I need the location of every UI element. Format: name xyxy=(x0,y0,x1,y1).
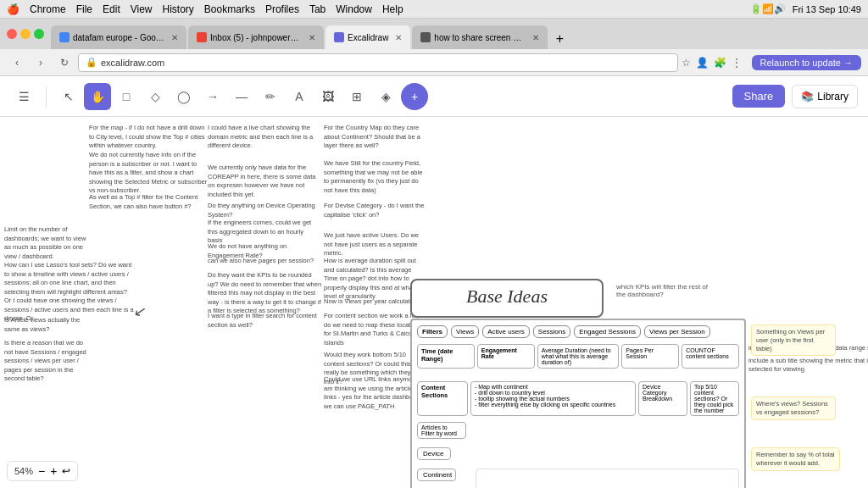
note-button: As well as a Top # filter for the Conten… xyxy=(89,193,208,211)
freedraw-tool[interactable]: ✏ xyxy=(257,83,284,110)
note-pages-session: can we also have pages per session? xyxy=(208,257,314,266)
pages-session-kpi-box: Pages Per Session xyxy=(621,344,679,369)
url-text: excalidraw.com xyxy=(101,58,164,68)
tab-inbox[interactable]: Inbox (5) - johnpower@eco... ✕ xyxy=(188,25,324,49)
toolbar-tools-group: ↖ ✋ □ ◇ ◯ → — ✏ A 🖼 ⊞ ◈ + xyxy=(55,83,428,110)
forward-button[interactable]: › xyxy=(31,53,51,73)
arrow-indicator: ↙ xyxy=(132,301,148,321)
map-notes-box: - Map with continent - drill down to cou… xyxy=(470,381,636,416)
note-reason: Is there a reason that we do not have Se… xyxy=(4,339,93,384)
note-rounded: Do they want the KPIs to be rounded up? … xyxy=(208,271,322,316)
articles-filter-box: Articles to Filter by word xyxy=(417,422,466,439)
sessions-chip[interactable]: Sessions xyxy=(533,325,570,338)
share-button[interactable]: Share xyxy=(732,85,786,108)
frame-tool[interactable]: ⊞ xyxy=(343,83,370,110)
engagement-label: Engagement Rate xyxy=(481,347,531,359)
tab-close-excalidraw[interactable]: ✕ xyxy=(395,33,402,42)
bookmark-icon[interactable]: ☆ xyxy=(682,57,691,69)
tab-howto[interactable]: how to share screen on mac... ✕ xyxy=(412,25,548,49)
undo-button[interactable]: ↩ xyxy=(62,465,70,477)
tab-datafam[interactable]: datafam europe - Google Se... ✕ xyxy=(51,25,186,49)
continent-box: Continent xyxy=(417,469,456,481)
arrow-tool[interactable]: → xyxy=(199,83,226,110)
top5-label: Top 5/10 content sections? Or they could… xyxy=(694,384,735,413)
menu-chrome[interactable]: Chrome xyxy=(30,3,66,15)
rectangle-tool[interactable]: □ xyxy=(113,83,140,110)
active-users-chip[interactable]: Active users xyxy=(482,325,530,338)
include-note-2: include a sub title showing the metric t… xyxy=(748,357,868,374)
laser-tool[interactable]: + xyxy=(401,83,428,110)
kpi-question: which KPIs will filter the rest of the d… xyxy=(616,283,718,298)
engagement-kpi-box: Engagement Rate xyxy=(477,344,535,369)
device-label: Device xyxy=(423,450,445,458)
content-sections-box: Content Sections xyxy=(417,381,468,416)
something-on-views: Something on Views per user (only in the… xyxy=(751,324,836,356)
menu-tool[interactable]: ☰ xyxy=(10,83,37,110)
kpi-boxes-row: Time (date Range) Engagement Rate Averag… xyxy=(417,344,739,369)
engaged-sessions-chip[interactable]: Engaged Sessions xyxy=(574,325,641,338)
countof-kpi-box: COUNTOF content sections xyxy=(682,344,739,369)
text-tool[interactable]: A xyxy=(286,83,313,110)
extensions-icon[interactable]: 🧩 xyxy=(714,57,726,69)
menu-tab[interactable]: Tab xyxy=(309,3,326,15)
menu-edit[interactable]: Edit xyxy=(103,3,120,15)
top5-box: Top 5/10 content sections? Or they could… xyxy=(690,381,739,416)
menu-profiles[interactable]: Profiles xyxy=(265,3,299,15)
ellipse-tool[interactable]: ◯ xyxy=(170,83,198,110)
zoom-out-button[interactable]: − xyxy=(38,464,45,478)
filter-chips-row: Filters Views Active users Sessions Enga… xyxy=(417,325,739,338)
filters-chip[interactable]: Filters xyxy=(417,325,448,338)
tab-close-datafam[interactable]: ✕ xyxy=(171,33,178,42)
note-filter-search: I want a type in filter search for conte… xyxy=(208,312,318,330)
note-dashboards: Limit on the number of dashboards; we wa… xyxy=(4,225,89,261)
datetime: Fri 13 Sep 10:49 xyxy=(793,4,861,14)
browser-tab-bar: datafam europe - Google Se... ✕ Inbox (5… xyxy=(0,19,868,49)
back-button[interactable]: ‹ xyxy=(7,53,27,73)
library-button[interactable]: 📚 Library xyxy=(792,85,858,108)
image-tool[interactable]: 🖼 xyxy=(314,83,342,110)
note-live-chart: I could have a live chart showing the do… xyxy=(208,124,318,151)
map-note-1: - Map with continent xyxy=(475,384,632,390)
relaunch-button[interactable]: Relaunch to update → xyxy=(752,55,861,70)
menu-history[interactable]: History xyxy=(163,3,194,15)
menu-icon[interactable]: ⋮ xyxy=(732,57,742,69)
time-label: Time (date Range) xyxy=(421,347,470,363)
map-note-3: - tooltip showing the actual numbers xyxy=(475,396,632,402)
map-note-4: - filter everything else by clicking on … xyxy=(475,402,632,408)
line-tool[interactable]: — xyxy=(228,83,255,110)
views-per-session-chip[interactable]: Views per Session xyxy=(644,325,710,338)
navigation-bar: ‹ › ↻ 🔒 excalidraw.com ☆ 👤 🧩 ⋮ Relaunch … xyxy=(0,49,868,76)
note-article-views: Is Article views actually the same as vi… xyxy=(4,316,89,334)
views-chip[interactable]: Views xyxy=(451,325,479,338)
toolbar-right-group: Share 📚 Library xyxy=(732,85,858,108)
zoom-in-button[interactable]: + xyxy=(50,464,57,478)
menu-help[interactable]: Help xyxy=(382,3,403,15)
tabs-container: datafam europe - Google Se... ✕ Inbox (5… xyxy=(51,19,570,49)
note-map-drill: For the map - if I do not have a drill d… xyxy=(89,124,208,151)
diamond-tool[interactable]: ◇ xyxy=(142,83,169,110)
address-bar[interactable]: 🔒 excalidraw.com xyxy=(78,53,678,72)
apple-menu[interactable]: 🍎 xyxy=(7,3,19,15)
toolbar-left-group: ☰ xyxy=(10,83,37,110)
tab-excalidraw[interactable]: Excalidraw ✕ xyxy=(326,25,410,49)
reload-button[interactable]: ↻ xyxy=(54,53,75,73)
pages-session-label: Pages Per Session xyxy=(626,347,675,359)
note-hourly: If the engineers comes, could we get thi… xyxy=(208,219,318,246)
hand-tool[interactable]: ✋ xyxy=(84,83,111,110)
menu-view[interactable]: View xyxy=(131,3,153,15)
pointer-tool[interactable]: ↖ xyxy=(55,83,82,110)
canvas-area[interactable]: For the map - if I do not have a drill d… xyxy=(0,117,868,488)
zoom-level: 54% xyxy=(14,466,33,476)
new-tab-button[interactable]: + xyxy=(549,29,570,49)
profile-icon[interactable]: 👤 xyxy=(696,57,709,69)
eraser-tool[interactable]: ◈ xyxy=(372,83,399,110)
continent-label: Continent xyxy=(423,471,450,479)
note-country-field: We have Still for the country Field, som… xyxy=(324,159,426,195)
menu-file[interactable]: File xyxy=(76,3,92,15)
tab-close-howto[interactable]: ✕ xyxy=(532,33,539,42)
tab-close-inbox[interactable]: ✕ xyxy=(309,33,315,42)
menu-window[interactable]: Window xyxy=(336,3,372,15)
menu-bookmarks[interactable]: Bookmarks xyxy=(204,3,255,15)
device-category-label: Device Category Breakdown xyxy=(643,384,683,402)
map-note-2: - drill down to country level xyxy=(475,390,632,396)
